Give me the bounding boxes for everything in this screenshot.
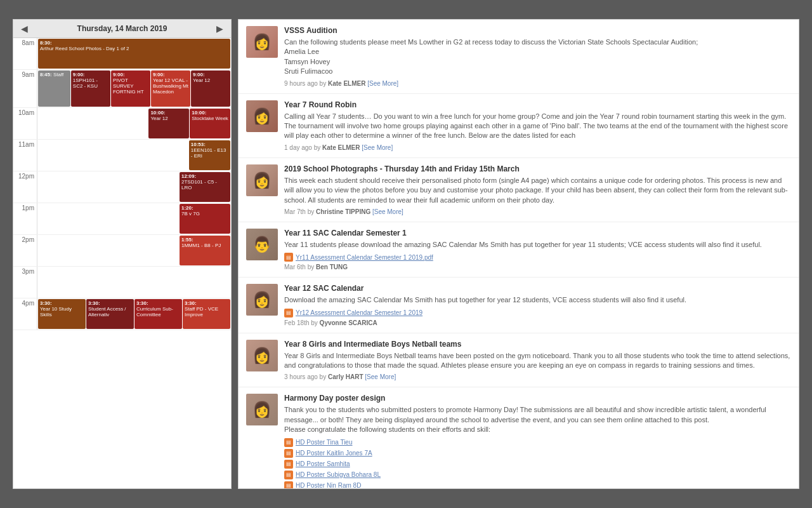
cal-event-1mmm1[interactable]: 1:55:1MMM1 - B8 - PJ bbox=[180, 236, 230, 265]
news-time-yr8netball: 3 hours ago bbox=[284, 373, 318, 380]
news-by-vsss: by bbox=[320, 80, 328, 87]
news-body-yr12sac: Download the amazing SAC Calendar Ms Smi… bbox=[284, 295, 791, 305]
attachment-link-yr11sac[interactable]: Yr11 Assessment Calendar Semester 1 2019… bbox=[296, 254, 433, 261]
attachment-link-harmony-1[interactable]: HD Poster Tina Tieu bbox=[296, 439, 352, 446]
avatar-yr12sac: 👩 bbox=[246, 284, 278, 316]
news-body-harmony: Thank you to the students who submitted … bbox=[284, 405, 791, 434]
cal-events-2pm: 1:55:1MMM1 - B8 - PJ bbox=[37, 235, 231, 266]
news-title-yr12sac: Year 12 SAC Calendar bbox=[284, 284, 791, 293]
calendar-header: ◀ Thursday, 14 March 2019 ▶ bbox=[13, 20, 231, 38]
news-panel: 👩 VSSS Audition Can the following studen… bbox=[238, 19, 799, 489]
avatar-photos: 👩 bbox=[246, 164, 278, 196]
cal-event-yr12-10[interactable]: 10:00:Year 12 bbox=[148, 109, 189, 138]
news-title-vsss: VSSS Audition bbox=[284, 26, 791, 35]
time-label-11am: 11am bbox=[13, 140, 37, 171]
news-time-photos: Mar 7th bbox=[284, 208, 306, 215]
cal-row-4pm: 4pm 3:30:Year 10 Study Skills 3:30:Stude… bbox=[13, 298, 231, 330]
cal-row-1pm: 1pm 1:20:7B v 7G bbox=[13, 203, 231, 235]
news-item-photos: 👩 2019 School Photographs - Thursday 14t… bbox=[239, 158, 799, 222]
cal-events-11am: 10:53:1EEN101 - E13 - ERI bbox=[37, 140, 231, 171]
news-seemore-yr8netball[interactable]: [See More] bbox=[365, 373, 396, 380]
news-title-yr11sac: Year 11 SAC Calendar Semester 1 bbox=[284, 229, 791, 237]
news-seemore-vsss[interactable]: [See More] bbox=[367, 80, 398, 87]
time-label-8am: 8am bbox=[13, 38, 37, 69]
calendar-next-button[interactable]: ▶ bbox=[214, 23, 226, 34]
news-body-yr7rr: Calling all Year 7 students… Do you want… bbox=[284, 112, 791, 141]
cal-events-3pm bbox=[37, 267, 231, 298]
news-content-photos: 2019 School Photographs - Thursday 14th … bbox=[284, 164, 791, 215]
cal-event-1sph101[interactable]: 9:00:1SPH101 - SC2 - KSU bbox=[71, 70, 110, 107]
cal-row-8am: 8am 8:30:Arthur Reed School Photos - Day… bbox=[13, 38, 231, 70]
attachment-yr11sac: Yr11 Assessment Calendar Semester 1 2019… bbox=[284, 253, 791, 262]
cal-event-pivot[interactable]: 9:00:PIVOT SURVEY FORTNIG HT bbox=[111, 70, 150, 107]
cal-row-2pm: 2pm 1:55:1MMM1 - B8 - PJ bbox=[13, 235, 231, 267]
cal-events-8am: 8:30:Arthur Reed School Photos - Day 1 o… bbox=[37, 38, 231, 69]
cal-event-arthur-reed[interactable]: 8:30:Arthur Reed School Photos - Day 1 o… bbox=[38, 39, 230, 69]
attachment-icon-harmony-3 bbox=[284, 460, 293, 469]
news-item-vsss: 👩 VSSS Audition Can the following studen… bbox=[239, 20, 799, 94]
news-author-vsss: Kate ELMER bbox=[328, 80, 365, 87]
attachment-yr12sac: Yr12 Assessment Calendar Semester 1 2019 bbox=[284, 309, 791, 318]
attachment-harmony-5: HD Poster Nin Ram 8D bbox=[284, 481, 791, 489]
attachment-link-harmony-2[interactable]: HD Poster Kaitlin Jones 7A bbox=[296, 450, 372, 457]
time-label-9am: 9am bbox=[13, 70, 37, 107]
news-content-harmony: Harmony Day poster design Thank you to t… bbox=[284, 394, 791, 489]
cal-event-yr12vcal[interactable]: 9:00:Year 12 VCAL - Bushwalking Mt Maced… bbox=[151, 70, 190, 107]
cal-event-7bv7g[interactable]: 1:20:7B v 7G bbox=[180, 204, 230, 234]
news-meta-yr7rr: 1 day ago by Kate ELMER [See More] bbox=[284, 144, 791, 151]
attachment-link-harmony-5[interactable]: HD Poster Nin Ram 8D bbox=[296, 482, 361, 489]
cal-event-1een101[interactable]: 10:53:1EEN101 - E13 - ERI bbox=[189, 140, 230, 170]
attachment-link-harmony-4[interactable]: HD Poster Subigya Bohara 8L bbox=[296, 471, 381, 478]
news-item-yr12sac: 👩 Year 12 SAC Calendar Download the amaz… bbox=[239, 277, 799, 333]
cal-event-staff-pd[interactable]: 3:30:Staff PD - VCE Improve bbox=[183, 299, 230, 329]
cal-event-stocktake[interactable]: 10:00:Stocktake Week bbox=[190, 109, 230, 138]
calendar-prev-button[interactable]: ◀ bbox=[18, 23, 30, 34]
cal-event-staff[interactable]: 8:45: Staff bbox=[38, 70, 70, 107]
news-time-yr11sac: Mar 6th bbox=[284, 264, 306, 271]
news-time-yr12sac: Feb 18th bbox=[284, 319, 309, 326]
attachment-harmony-1: HD Poster Tina Tieu bbox=[284, 438, 791, 447]
cal-event-yr10study[interactable]: 3:30:Year 10 Study Skills bbox=[38, 299, 86, 329]
news-author-yr11sac: Ben TUNG bbox=[316, 264, 348, 271]
news-time-yr7rr: 1 day ago bbox=[284, 144, 312, 151]
news-author-yr7rr: Kate ELMER bbox=[322, 144, 360, 151]
news-author-yr12sac: Qyvonne SCARICA bbox=[320, 319, 377, 326]
attachment-link-harmony-3[interactable]: HD Poster Samhita bbox=[296, 460, 350, 467]
news-body-yr11sac: Year 11 students please download the ama… bbox=[284, 240, 791, 250]
time-label-3pm: 3pm bbox=[13, 267, 37, 298]
news-item-yr7rr: 👩 Year 7 Round Robin Calling all Year 7 … bbox=[239, 94, 799, 158]
news-body-vsss: Can the following students please meet M… bbox=[284, 37, 791, 77]
news-time-vsss: 9 hours ago bbox=[284, 80, 318, 87]
news-content-yr11sac: Year 11 SAC Calendar Semester 1 Year 11 … bbox=[284, 229, 791, 271]
news-seemore-photos[interactable]: [See More] bbox=[372, 208, 403, 215]
attachment-icon-harmony-5 bbox=[284, 481, 293, 489]
time-label-2pm: 2pm bbox=[13, 235, 37, 266]
attachment-harmony-2: HD Poster Kaitlin Jones 7A bbox=[284, 449, 791, 458]
news-meta-yr11sac: Mar 6th by Ben TUNG bbox=[284, 264, 791, 271]
cal-row-3pm: 3pm bbox=[13, 267, 231, 298]
news-content-vsss: VSSS Audition Can the following students… bbox=[284, 26, 791, 87]
news-seemore-yr7rr[interactable]: [See More] bbox=[362, 144, 393, 151]
time-label-1pm: 1pm bbox=[13, 203, 37, 234]
news-title-yr7rr: Year 7 Round Robin bbox=[284, 100, 791, 109]
attachment-link-yr12sac[interactable]: Yr12 Assessment Calendar Semester 1 2019 bbox=[296, 309, 422, 316]
attachment-icon-harmony-2 bbox=[284, 449, 293, 458]
cal-row-12pm: 12pm 12:09:2TSD101 - C5 - LRO bbox=[13, 171, 231, 203]
avatar-yr7rr: 👩 bbox=[246, 100, 278, 132]
attachment-icon-harmony-4 bbox=[284, 471, 293, 479]
time-label-10am: 10am bbox=[13, 108, 37, 139]
attachment-icon-harmony-1 bbox=[284, 438, 293, 447]
cal-event-2tsd101[interactable]: 12:09:2TSD101 - C5 - LRO bbox=[180, 172, 230, 202]
attachment-icon-yr12sac bbox=[284, 309, 293, 318]
cal-event-yr12[interactable]: 9:00:Year 12 bbox=[191, 70, 230, 107]
attachment-icon-yr11sac bbox=[284, 253, 293, 262]
cal-events-4pm: 3:30:Year 10 Study Skills 3:30:Student A… bbox=[37, 298, 231, 330]
news-item-yr11sac: 👨 Year 11 SAC Calendar Semester 1 Year 1… bbox=[239, 222, 799, 277]
news-content-yr12sac: Year 12 SAC Calendar Download the amazin… bbox=[284, 284, 791, 326]
cal-event-student-access[interactable]: 3:30:Student Access / Alternativ bbox=[86, 299, 134, 329]
avatar-harmony: 👩 bbox=[246, 394, 278, 425]
cal-event-curriculum[interactable]: 3:30:Curriculum Sub-Committee bbox=[134, 299, 182, 329]
news-meta-vsss: 9 hours ago by Kate ELMER [See More] bbox=[284, 80, 791, 87]
news-body-yr8netball: Year 8 Girls and Intermediate Boys Netba… bbox=[284, 351, 791, 371]
news-content-yr8netball: Year 8 Girls and Intermediate Boys Netba… bbox=[284, 340, 791, 381]
